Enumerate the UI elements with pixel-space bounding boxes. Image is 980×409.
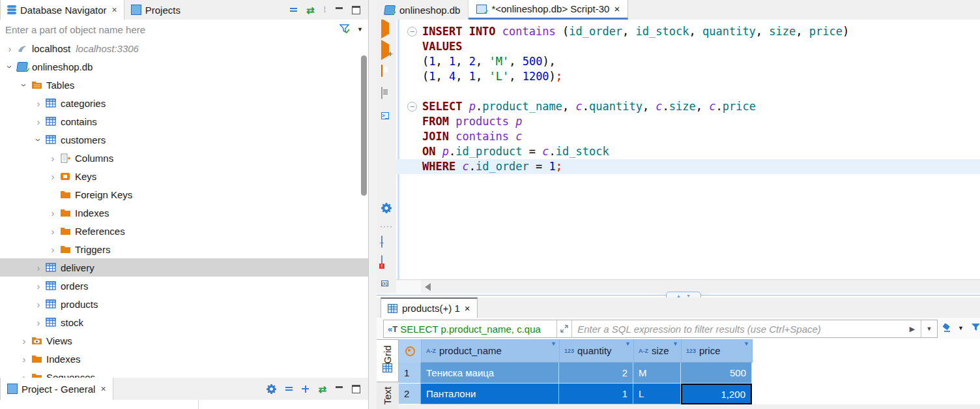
panel-divider[interactable]	[368, 0, 377, 409]
column-header-size[interactable]: A-Zsize▼	[634, 339, 682, 363]
sort-caret-icon[interactable]: ▼	[743, 341, 749, 347]
document-error-icon[interactable]	[381, 256, 382, 267]
select-all-corner[interactable]	[399, 339, 422, 363]
grid-cell-product_name[interactable]: Панталони	[421, 384, 559, 404]
expand-arrow-icon[interactable]: ›	[18, 354, 30, 364]
sql-console-icon[interactable]: >_	[381, 108, 389, 120]
tab-project-general[interactable]: Project - General ×	[0, 378, 113, 400]
gear-icon[interactable]	[267, 384, 276, 394]
execute-new-tab-icon[interactable]: +	[381, 44, 389, 55]
tree-item-stock[interactable]: ›stock	[0, 313, 368, 331]
tab-projects[interactable]: Projects	[124, 0, 187, 20]
tree-item-views[interactable]: ›Views	[0, 331, 368, 350]
code-line[interactable]: (1, 1, 2, 'M', 500),	[396, 54, 980, 69]
tab-results-products[interactable]: products(+) 1 ×	[381, 297, 478, 318]
expand-arrow-icon[interactable]: ›	[4, 44, 16, 53]
object-filter-input[interactable]	[0, 24, 339, 35]
tree-item-contains[interactable]: ›contains	[0, 112, 368, 130]
tab-text-view[interactable]: Text	[377, 382, 398, 409]
grid-cell-price[interactable]: 1,200	[681, 384, 752, 404]
tree-item-localhost[interactable]: ›localhostlocalhost:3306	[0, 39, 368, 57]
expand-arrow-icon[interactable]: ›	[33, 281, 44, 291]
tree-item-categories[interactable]: ›categories	[0, 94, 368, 112]
code-line[interactable]: −SELECT p.product_name, c.quantity, c.si…	[396, 99, 980, 114]
code-line[interactable]: VALUES	[396, 39, 980, 54]
tree-item-indexes[interactable]: ›Indexes	[0, 350, 368, 368]
grid-filter-funnel-icon[interactable]	[971, 323, 980, 335]
execute-script-icon[interactable]	[381, 65, 382, 76]
minimize-icon[interactable]	[336, 386, 343, 388]
tree-item-products[interactable]: ›products	[0, 295, 368, 313]
tree-item-triggers[interactable]: ›Triggers	[0, 240, 368, 258]
code-line[interactable]: ON p.id_product = c.id_stock	[396, 144, 980, 159]
toolbar-overflow-icon[interactable]: ····	[380, 222, 393, 231]
expand-filter-icon[interactable]	[556, 320, 572, 337]
tree-item-foreign-keys[interactable]: Foreign Keys	[0, 185, 368, 204]
maximize-icon[interactable]	[352, 385, 360, 393]
column-header-product_name[interactable]: A-Zproduct_name▼	[422, 339, 560, 363]
sort-caret-icon[interactable]: ▼	[672, 341, 678, 347]
code-line[interactable]: FROM products p	[396, 114, 980, 129]
fold-marker-icon[interactable]: −	[407, 102, 417, 112]
grid-cell-quantity[interactable]: 1	[559, 384, 633, 404]
link-with-editor-icon[interactable]: ⇄	[318, 384, 326, 394]
sql-filter-input[interactable]	[572, 324, 904, 335]
tab-script-30[interactable]: ✓ *<onlineshop.db> Script-30 ×	[468, 0, 628, 20]
expand-arrow-icon[interactable]: ›	[47, 172, 59, 181]
close-icon[interactable]: ×	[614, 3, 620, 14]
code-line[interactable]: JOIN contains c	[396, 129, 980, 144]
code-line[interactable]: −INSERT INTO contains (id_order, id_stoc…	[396, 24, 980, 39]
expand-arrow-icon[interactable]: ›	[33, 263, 44, 273]
tree-item-onlineshop-db[interactable]: ›✓onlineshop.db	[0, 57, 368, 76]
expand-arrow-icon[interactable]: ›	[47, 245, 59, 254]
tree-item-keys[interactable]: ›Keys	[0, 167, 368, 185]
expand-arrow-icon[interactable]: ›	[33, 117, 44, 127]
expand-arrow-icon[interactable]: ›	[18, 336, 30, 346]
editor-settings-gear-icon[interactable]	[381, 203, 392, 213]
tree-scrollbar[interactable]	[361, 55, 367, 196]
eraser-icon[interactable]	[942, 323, 953, 335]
execute-statement-icon[interactable]	[381, 23, 389, 34]
export-results-icon[interactable]	[381, 236, 382, 247]
column-header-quantity[interactable]: 123quantity▼	[560, 339, 634, 363]
sort-caret-icon[interactable]: ▼	[551, 341, 556, 347]
row-number[interactable]: 1	[399, 363, 421, 384]
code-line[interactable]	[396, 84, 980, 99]
close-icon[interactable]: ×	[100, 384, 106, 394]
tab-grid-view[interactable]: Grid	[377, 339, 399, 382]
apply-filter-icon[interactable]: ▶	[904, 325, 921, 333]
filter-funnel-icon[interactable]	[339, 24, 351, 35]
tree-item-columns[interactable]: ›Columns	[0, 149, 368, 167]
tree-item-delivery[interactable]: ›delivery	[0, 258, 368, 277]
fold-marker-icon[interactable]: −	[407, 27, 417, 37]
tab-onlineshop-db[interactable]: ✓ onlineshop.db	[377, 0, 468, 20]
code-line[interactable]: WHERE c.id_order = 1;	[396, 159, 980, 174]
eraser-dropdown-icon[interactable]: ▼	[958, 325, 964, 331]
expand-arrow-icon[interactable]: ›	[20, 79, 29, 91]
link-with-editor-icon[interactable]: ⇄	[306, 5, 315, 15]
parameters-icon[interactable]: (x)	[381, 276, 388, 288]
collapse-all-icon[interactable]	[285, 387, 293, 391]
maximize-icon[interactable]	[352, 6, 360, 14]
explain-plan-icon[interactable]	[381, 87, 382, 98]
minimize-icon[interactable]	[336, 7, 343, 9]
tree-item-tables[interactable]: ›Tables	[0, 76, 368, 94]
expand-arrow-icon[interactable]: ›	[47, 208, 59, 218]
tree-item-indexes[interactable]: ›Indexes	[0, 204, 368, 222]
grid-cell-product_name[interactable]: Тениска маица	[421, 363, 559, 384]
grid-cell-price[interactable]: 500	[681, 363, 752, 384]
expand-arrow-icon[interactable]: ›	[47, 226, 59, 236]
close-icon[interactable]: ×	[112, 5, 117, 15]
grid-cell-size[interactable]: L	[633, 384, 681, 404]
filter-history-dropdown-icon[interactable]: ▼	[921, 320, 937, 337]
code-line[interactable]: (1, 4, 1, 'L', 1200);	[396, 69, 980, 84]
scroll-left-arrow-icon[interactable]	[425, 283, 431, 291]
grid-cell-quantity[interactable]: 2	[559, 363, 633, 384]
expand-arrow-icon[interactable]: ›	[47, 153, 59, 163]
view-menu-icon[interactable]: ⁞	[324, 5, 326, 14]
tree-item-sequences[interactable]: ›Sequences	[0, 368, 368, 378]
expand-arrow-icon[interactable]: ›	[34, 134, 44, 145]
close-icon[interactable]: ×	[465, 303, 470, 314]
expand-arrow-icon[interactable]: ›	[18, 372, 30, 378]
tree-item-references[interactable]: ›References	[0, 222, 368, 240]
